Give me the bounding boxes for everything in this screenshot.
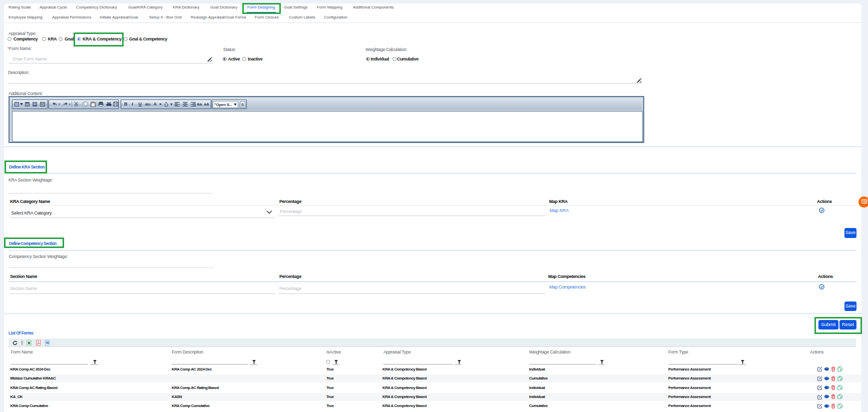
svg-text:W: W [46, 341, 49, 344]
